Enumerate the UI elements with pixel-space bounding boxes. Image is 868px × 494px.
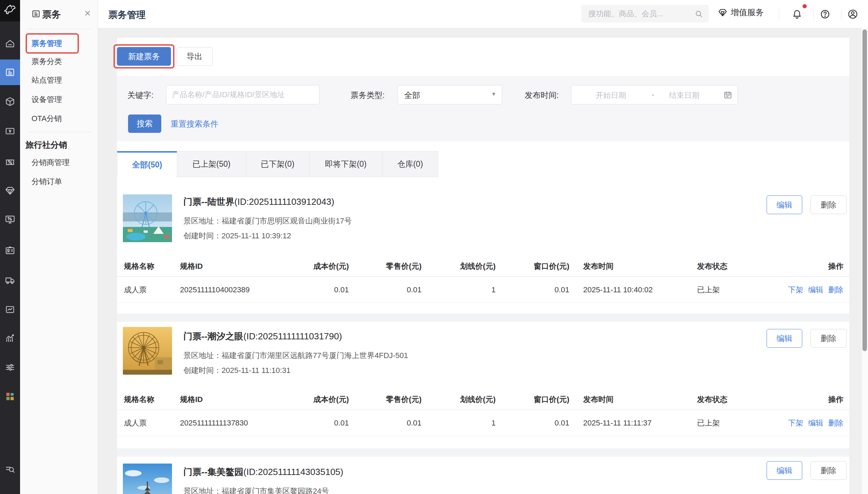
product-title: 门票--陆世界(ID:20251111103912043)	[183, 196, 334, 208]
edit-link[interactable]: 编辑	[808, 418, 823, 428]
date-range-picker[interactable]: 开始日期 - 结束日期	[571, 85, 738, 104]
cell-window-price: 0.01	[496, 285, 569, 294]
publish-time-label: 发布时间:	[525, 90, 559, 100]
icon-rail	[0, 0, 20, 494]
section-divider	[117, 313, 849, 322]
filter-panel: 关键字: 票务类型: 全部 ▼ 发布时间: 开始日期 - 结束日期 搜索 重置搜…	[117, 76, 849, 141]
package-icon[interactable]	[0, 94, 20, 108]
delete-product-button[interactable]: 删除	[811, 461, 847, 480]
ticket-module-icon	[31, 9, 41, 20]
brand-logo[interactable]	[0, 0, 20, 21]
tab-soon-offline[interactable]: 即将下架(0)	[309, 151, 382, 177]
tab-offline[interactable]: 已下架(0)	[246, 151, 309, 177]
product-title: 门票--集美鳌园(ID:20251111143035105)	[183, 466, 343, 478]
value-added-services[interactable]: 增值服务	[717, 7, 764, 18]
export-button[interactable]: 导出	[177, 47, 213, 66]
cell-actions: 下架 编辑 删除	[771, 418, 843, 428]
product-photo-ferris-wheel-sea	[123, 194, 172, 242]
id-card-icon[interactable]	[0, 244, 20, 257]
finance-icon[interactable]	[0, 124, 20, 138]
col-window-price: 窗口价(元)	[496, 261, 569, 272]
ticket-type-label: 票务类型:	[351, 90, 385, 100]
content-card: 新建票务 导出 关键字: 票务类型: 全部 ▼ 发布时间: 开始日期 - 结束日…	[117, 38, 849, 494]
product-created-time: 创建时间：2025-11-11 10:39:12	[183, 231, 291, 241]
cell-strike-price: 1	[422, 285, 496, 294]
cell-window-price: 0.01	[496, 419, 569, 428]
vas-label: 增值服务	[731, 7, 764, 18]
search-icon[interactable]	[694, 9, 703, 18]
cell-cost-price: 0.01	[300, 285, 349, 294]
module-header: 票务 ✕	[20, 0, 98, 28]
page-title: 票务管理	[108, 9, 146, 21]
delete-link[interactable]: 删除	[828, 418, 843, 428]
col-spec-id: 规格ID	[180, 394, 300, 405]
product-photo-ferris-wheel-sunset	[123, 327, 172, 375]
spec-table: 规格名称 规格ID 成本价(元) 零售价(元) 划线价(元) 窗口价(元) 发布…	[117, 256, 849, 303]
menu-item-ota-distribution[interactable]: OTA分销	[31, 113, 87, 124]
cell-spec-id: 20251111104002389	[180, 285, 300, 294]
delete-product-button[interactable]: 删除	[811, 195, 847, 214]
cell-publish-time: 2025-11-11 10:40:02	[569, 285, 697, 294]
tab-all[interactable]: 全部(50)	[117, 151, 177, 177]
col-publish-time: 发布时间	[569, 261, 697, 272]
edit-product-button[interactable]: 编辑	[767, 195, 802, 214]
cell-strike-price: 1	[422, 419, 496, 428]
product-block: 门票--潮汐之眼(ID:20251111111031790) 景区地址：福建省厦…	[117, 323, 849, 448]
cell-publish-status: 已上架	[697, 418, 771, 428]
delete-product-button[interactable]: 删除	[811, 329, 847, 348]
cell-spec-name: 成人票	[124, 285, 180, 295]
menu-item-ticket-category[interactable]: 票务分类	[31, 56, 87, 67]
scrollbar-thumb[interactable]	[862, 29, 867, 351]
search-button[interactable]: 搜索	[128, 115, 161, 133]
reset-filters-link[interactable]: 重置搜索条件	[171, 119, 218, 129]
home-icon[interactable]	[0, 37, 20, 51]
file-report-icon[interactable]	[0, 302, 20, 316]
col-spec-id: 规格ID	[180, 261, 300, 272]
menu-item-device-management[interactable]: 设备管理	[31, 94, 87, 105]
product-created-time: 创建时间：2025-11-11 11:10:31	[183, 365, 290, 376]
notification-badge-dot	[803, 4, 807, 8]
screen-stats-icon[interactable]	[0, 212, 20, 226]
help-icon[interactable]	[818, 7, 832, 21]
product-block: 门票--陆世界(ID:20251111103912043) 景区地址：福建省厦门…	[117, 187, 849, 313]
product-address: 景区地址：福建省厦门市集美区鳌园路24号	[183, 486, 329, 494]
col-spec-name: 规格名称	[124, 261, 180, 272]
product-name: 门票--集美鳌园	[183, 467, 243, 477]
coupon-discount-icon[interactable]	[0, 155, 20, 169]
delivery-truck-icon[interactable]	[0, 273, 20, 287]
menu-item-ticket-management[interactable]: 票务管理	[31, 38, 87, 49]
menu-item-distribution-orders[interactable]: 分销订单	[31, 176, 87, 187]
app-window: 票务 ✕ 票务管理 票务分类 站点管理 设备管理 OTA分销 旅行社分销 分销商…	[0, 0, 868, 494]
analytics-chart-icon[interactable]	[0, 331, 20, 345]
offline-link[interactable]: 下架	[788, 418, 803, 428]
col-actions: 操作	[771, 261, 843, 272]
ticket-type-select[interactable]: 全部 ▼	[398, 85, 502, 104]
edit-product-button[interactable]: 编辑	[767, 461, 802, 480]
tickets-icon-active[interactable]	[0, 60, 20, 85]
filter-sliders-icon[interactable]	[0, 360, 20, 374]
product-id: (ID:20251111143035105)	[243, 467, 343, 477]
global-search-input[interactable]	[588, 5, 689, 22]
delete-link[interactable]: 删除	[828, 285, 843, 295]
account-avatar-icon[interactable]	[846, 7, 860, 21]
notifications-bell-icon[interactable]	[790, 7, 804, 21]
offline-link[interactable]: 下架	[788, 285, 803, 295]
keyword-input[interactable]	[166, 85, 319, 104]
menu-item-site-management[interactable]: 站点管理	[31, 75, 87, 86]
close-icon[interactable]: ✕	[82, 8, 93, 19]
apps-grid-icon[interactable]	[0, 390, 20, 403]
edit-link[interactable]: 编辑	[808, 285, 823, 295]
tab-online[interactable]: 已上架(50)	[177, 151, 246, 177]
tab-warehouse[interactable]: 仓库(0)	[382, 151, 438, 177]
create-ticket-button[interactable]: 新建票务	[117, 47, 171, 66]
product-id: (ID:20251111111031790)	[243, 331, 342, 341]
section-divider	[117, 448, 849, 457]
menu-item-distributor-management[interactable]: 分销商管理	[31, 157, 87, 168]
topbar: 票务管理 增值服务	[98, 0, 868, 28]
gem-icon[interactable]	[0, 184, 20, 198]
edit-product-button[interactable]: 编辑	[767, 329, 802, 348]
col-cost-price: 成本价(元)	[300, 394, 349, 405]
spec-table: 规格名称 规格ID 成本价(元) 零售价(元) 划线价(元) 窗口价(元) 发布…	[117, 389, 849, 436]
boar-logo-icon	[3, 4, 17, 18]
list-search-icon[interactable]	[0, 462, 20, 476]
